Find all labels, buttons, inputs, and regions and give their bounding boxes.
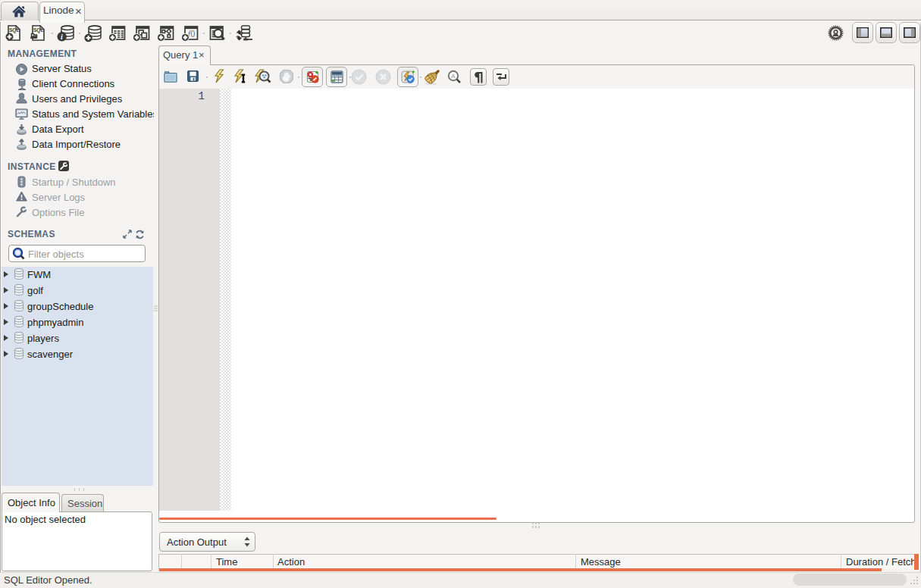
svg-text:SQL: SQL (9, 27, 19, 33)
svg-text:SQL: SQL (33, 27, 43, 33)
svg-text:i: i (61, 33, 63, 41)
svg-text:A: A (451, 73, 456, 80)
svg-text:(): () (190, 29, 195, 37)
